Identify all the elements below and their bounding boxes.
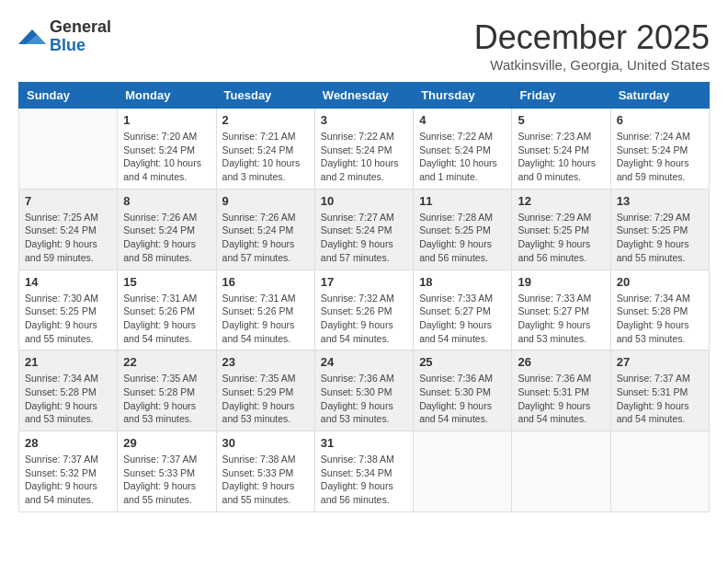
month-title: December 2025 <box>474 18 710 57</box>
calendar-week-row: 7Sunrise: 7:25 AMSunset: 5:24 PMDaylight… <box>19 189 710 270</box>
calendar-cell <box>610 431 709 512</box>
calendar-cell: 9Sunrise: 7:26 AMSunset: 5:24 PMDaylight… <box>216 189 314 270</box>
calendar-week-row: 14Sunrise: 7:30 AMSunset: 5:25 PMDayligh… <box>19 270 710 350</box>
cell-content: Sunrise: 7:22 AMSunset: 5:24 PMDaylight:… <box>321 130 407 184</box>
calendar-cell: 14Sunrise: 7:30 AMSunset: 5:25 PMDayligh… <box>19 270 118 350</box>
logo-text: General Blue <box>50 18 111 55</box>
cell-content: Sunrise: 7:37 AMSunset: 5:31 PMDaylight:… <box>617 372 703 426</box>
cell-content: Sunrise: 7:38 AMSunset: 5:34 PMDaylight:… <box>321 453 407 507</box>
calendar-cell: 3Sunrise: 7:22 AMSunset: 5:24 PMDaylight… <box>314 109 413 190</box>
logo-general-text: General <box>50 18 111 37</box>
calendar-cell: 17Sunrise: 7:32 AMSunset: 5:26 PMDayligh… <box>314 270 413 350</box>
cell-content: Sunrise: 7:20 AMSunset: 5:24 PMDaylight:… <box>123 130 210 184</box>
calendar-cell: 30Sunrise: 7:38 AMSunset: 5:33 PMDayligh… <box>216 431 314 512</box>
cell-content: Sunrise: 7:35 AMSunset: 5:29 PMDaylight:… <box>222 372 309 426</box>
calendar-cell: 25Sunrise: 7:36 AMSunset: 5:30 PMDayligh… <box>414 350 512 431</box>
cell-content: Sunrise: 7:34 AMSunset: 5:28 PMDaylight:… <box>617 292 703 346</box>
cell-content: Sunrise: 7:26 AMSunset: 5:24 PMDaylight:… <box>123 211 210 265</box>
cell-content: Sunrise: 7:29 AMSunset: 5:25 PMDaylight:… <box>518 211 604 265</box>
cell-content: Sunrise: 7:30 AMSunset: 5:25 PMDaylight:… <box>25 292 111 346</box>
cell-content: Sunrise: 7:22 AMSunset: 5:24 PMDaylight:… <box>419 130 506 184</box>
weekday-header-row: SundayMondayTuesdayWednesdayThursdayFrid… <box>19 83 710 109</box>
day-number: 18 <box>419 275 506 289</box>
calendar-cell: 29Sunrise: 7:37 AMSunset: 5:33 PMDayligh… <box>118 431 216 512</box>
day-number: 30 <box>222 436 309 450</box>
calendar-cell: 11Sunrise: 7:28 AMSunset: 5:25 PMDayligh… <box>414 189 512 270</box>
weekday-wednesday: Wednesday <box>314 83 413 109</box>
calendar-cell: 1Sunrise: 7:20 AMSunset: 5:24 PMDaylight… <box>118 109 216 190</box>
cell-content: Sunrise: 7:33 AMSunset: 5:27 PMDaylight:… <box>419 292 506 346</box>
cell-content: Sunrise: 7:34 AMSunset: 5:28 PMDaylight:… <box>25 372 111 426</box>
cell-content: Sunrise: 7:21 AMSunset: 5:24 PMDaylight:… <box>222 130 309 184</box>
calendar-week-row: 21Sunrise: 7:34 AMSunset: 5:28 PMDayligh… <box>19 350 710 431</box>
calendar-week-row: 28Sunrise: 7:37 AMSunset: 5:32 PMDayligh… <box>19 431 710 512</box>
day-number: 12 <box>518 194 604 208</box>
calendar-cell: 7Sunrise: 7:25 AMSunset: 5:24 PMDaylight… <box>19 189 118 270</box>
cell-content: Sunrise: 7:33 AMSunset: 5:27 PMDaylight:… <box>518 292 604 346</box>
day-number: 31 <box>321 436 407 450</box>
cell-content: Sunrise: 7:23 AMSunset: 5:24 PMDaylight:… <box>518 130 604 184</box>
cell-content: Sunrise: 7:27 AMSunset: 5:24 PMDaylight:… <box>321 211 407 265</box>
weekday-monday: Monday <box>118 83 216 109</box>
title-section: December 2025 Watkinsville, Georgia, Uni… <box>474 18 710 73</box>
calendar-cell: 16Sunrise: 7:31 AMSunset: 5:26 PMDayligh… <box>216 270 314 350</box>
weekday-tuesday: Tuesday <box>216 83 314 109</box>
logo-blue-text: Blue <box>50 37 111 55</box>
calendar-cell: 10Sunrise: 7:27 AMSunset: 5:24 PMDayligh… <box>314 189 413 270</box>
logo: General Blue <box>18 18 111 55</box>
calendar-cell: 13Sunrise: 7:29 AMSunset: 5:25 PMDayligh… <box>610 189 709 270</box>
calendar-cell: 24Sunrise: 7:36 AMSunset: 5:30 PMDayligh… <box>314 350 413 431</box>
calendar-cell <box>19 109 118 190</box>
day-number: 14 <box>25 275 111 289</box>
calendar-header: SundayMondayTuesdayWednesdayThursdayFrid… <box>19 83 710 109</box>
calendar-cell: 8Sunrise: 7:26 AMSunset: 5:24 PMDaylight… <box>118 189 216 270</box>
calendar-cell: 18Sunrise: 7:33 AMSunset: 5:27 PMDayligh… <box>414 270 512 350</box>
day-number: 25 <box>419 355 506 369</box>
weekday-saturday: Saturday <box>610 83 709 109</box>
cell-content: Sunrise: 7:26 AMSunset: 5:24 PMDaylight:… <box>222 211 309 265</box>
day-number: 7 <box>25 194 111 208</box>
cell-content: Sunrise: 7:32 AMSunset: 5:26 PMDaylight:… <box>321 292 407 346</box>
day-number: 23 <box>222 355 309 369</box>
calendar-cell: 20Sunrise: 7:34 AMSunset: 5:28 PMDayligh… <box>610 270 709 350</box>
cell-content: Sunrise: 7:36 AMSunset: 5:30 PMDaylight:… <box>321 372 407 426</box>
cell-content: Sunrise: 7:29 AMSunset: 5:25 PMDaylight:… <box>617 211 703 265</box>
cell-content: Sunrise: 7:37 AMSunset: 5:32 PMDaylight:… <box>25 453 111 507</box>
calendar-cell <box>414 431 512 512</box>
logo-icon <box>18 26 46 48</box>
day-number: 1 <box>123 113 210 127</box>
calendar-cell: 21Sunrise: 7:34 AMSunset: 5:28 PMDayligh… <box>19 350 118 431</box>
day-number: 5 <box>518 113 604 127</box>
calendar: SundayMondayTuesdayWednesdayThursdayFrid… <box>18 82 710 512</box>
calendar-cell: 22Sunrise: 7:35 AMSunset: 5:28 PMDayligh… <box>118 350 216 431</box>
calendar-cell: 27Sunrise: 7:37 AMSunset: 5:31 PMDayligh… <box>610 350 709 431</box>
calendar-cell: 31Sunrise: 7:38 AMSunset: 5:34 PMDayligh… <box>314 431 413 512</box>
cell-content: Sunrise: 7:36 AMSunset: 5:31 PMDaylight:… <box>518 372 604 426</box>
calendar-cell: 23Sunrise: 7:35 AMSunset: 5:29 PMDayligh… <box>216 350 314 431</box>
calendar-cell: 19Sunrise: 7:33 AMSunset: 5:27 PMDayligh… <box>512 270 610 350</box>
cell-content: Sunrise: 7:25 AMSunset: 5:24 PMDaylight:… <box>25 211 111 265</box>
day-number: 22 <box>123 355 210 369</box>
day-number: 17 <box>321 275 407 289</box>
day-number: 11 <box>419 194 506 208</box>
day-number: 16 <box>222 275 309 289</box>
header: General Blue December 2025 Watkinsville,… <box>18 18 710 73</box>
day-number: 13 <box>617 194 703 208</box>
day-number: 19 <box>518 275 604 289</box>
calendar-cell: 2Sunrise: 7:21 AMSunset: 5:24 PMDaylight… <box>216 109 314 190</box>
calendar-body: 1Sunrise: 7:20 AMSunset: 5:24 PMDaylight… <box>19 109 710 512</box>
calendar-cell: 15Sunrise: 7:31 AMSunset: 5:26 PMDayligh… <box>118 270 216 350</box>
day-number: 3 <box>321 113 407 127</box>
calendar-cell: 6Sunrise: 7:24 AMSunset: 5:24 PMDaylight… <box>610 109 709 190</box>
day-number: 21 <box>25 355 111 369</box>
weekday-thursday: Thursday <box>414 83 512 109</box>
day-number: 29 <box>123 436 210 450</box>
calendar-cell: 26Sunrise: 7:36 AMSunset: 5:31 PMDayligh… <box>512 350 610 431</box>
cell-content: Sunrise: 7:37 AMSunset: 5:33 PMDaylight:… <box>123 453 210 507</box>
day-number: 28 <box>25 436 111 450</box>
calendar-cell <box>512 431 610 512</box>
day-number: 4 <box>419 113 506 127</box>
cell-content: Sunrise: 7:36 AMSunset: 5:30 PMDaylight:… <box>419 372 506 426</box>
calendar-cell: 28Sunrise: 7:37 AMSunset: 5:32 PMDayligh… <box>19 431 118 512</box>
day-number: 15 <box>123 275 210 289</box>
